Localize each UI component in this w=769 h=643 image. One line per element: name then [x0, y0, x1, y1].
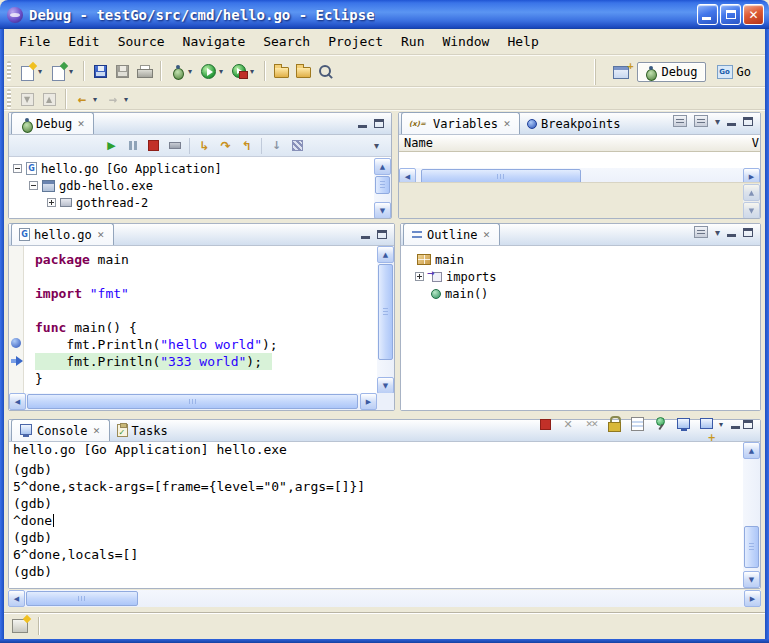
perspective-debug-button[interactable]: Debug	[637, 62, 705, 82]
minimize-button[interactable]	[697, 4, 718, 25]
open-perspective-icon[interactable]	[610, 61, 632, 83]
print-icon[interactable]	[133, 60, 155, 82]
fast-view-icon[interactable]	[12, 619, 28, 633]
tab-breakpoints[interactable]: Breakpoints	[520, 113, 627, 134]
back-icon[interactable]	[71, 88, 93, 110]
view-menu-icon[interactable]	[715, 114, 720, 128]
debug-vertical-scrollbar[interactable]	[374, 158, 391, 218]
menu-window[interactable]: Window	[433, 31, 498, 52]
display-console-icon[interactable]	[673, 415, 693, 433]
value-column-header[interactable]: V	[752, 136, 759, 150]
breakpoint-marker-icon[interactable]	[11, 338, 21, 348]
open-console-chevron-icon[interactable]	[719, 413, 728, 435]
name-column-header[interactable]: Name	[404, 136, 433, 150]
console-horizontal-scrollbar[interactable]	[8, 590, 761, 607]
maximize-view-icon[interactable]	[743, 117, 753, 126]
drop-to-frame-icon[interactable]	[266, 137, 287, 155]
scroll-up-icon[interactable]	[743, 184, 760, 201]
step-over-icon[interactable]	[215, 137, 236, 155]
open-resource-icon[interactable]	[292, 60, 314, 82]
collapse-all-icon[interactable]	[694, 115, 708, 127]
save-icon[interactable]	[89, 60, 111, 82]
scroll-left-icon[interactable]	[9, 393, 26, 410]
tab-tasks[interactable]: Tasks	[110, 420, 175, 441]
close-icon[interactable]	[482, 229, 492, 241]
remove-all-launches-icon[interactable]	[581, 415, 601, 433]
menu-file[interactable]: File	[10, 31, 59, 52]
variables-column-header[interactable]: Name V	[399, 135, 760, 152]
debug-icon[interactable]	[166, 60, 188, 82]
search-icon[interactable]	[314, 60, 336, 82]
open-console-icon[interactable]	[696, 415, 716, 433]
detail-vertical-scrollbar[interactable]	[743, 184, 760, 218]
show-logical-structure-icon[interactable]	[673, 115, 687, 127]
new-launch-chevron-icon[interactable]	[69, 60, 78, 82]
sort-icon[interactable]	[694, 226, 708, 238]
resume-icon[interactable]	[101, 137, 122, 155]
close-icon[interactable]	[502, 118, 512, 130]
tab-variables[interactable]: Variables	[401, 112, 520, 134]
pin-console-icon[interactable]	[650, 415, 670, 433]
editor-horizontal-scrollbar[interactable]	[9, 393, 377, 410]
minimize-view-icon[interactable]	[731, 420, 740, 429]
perspective-go-button[interactable]: Go	[711, 62, 759, 82]
outline-imports-row[interactable]: imports	[401, 268, 760, 285]
toolbar-grip[interactable]	[7, 89, 11, 109]
scroll-down-icon[interactable]	[374, 202, 391, 218]
variables-content[interactable]	[399, 152, 760, 218]
open-folder-icon[interactable]	[270, 60, 292, 82]
clear-console-icon[interactable]	[627, 415, 647, 433]
debug-tree-launch-row[interactable]: hello.go [Go Application]	[9, 160, 391, 177]
expand-icon[interactable]	[47, 198, 56, 207]
menu-help[interactable]: Help	[498, 31, 547, 52]
collapse-icon[interactable]	[13, 164, 22, 173]
outline-function-row[interactable]: main()	[401, 285, 760, 302]
view-menu-icon[interactable]	[366, 137, 387, 155]
debug-tree-thread-row[interactable]: gothread-2	[9, 194, 391, 211]
run-icon[interactable]	[197, 60, 219, 82]
save-all-icon[interactable]	[111, 60, 133, 82]
scroll-right-icon[interactable]	[360, 393, 377, 410]
maximize-view-icon[interactable]	[374, 119, 384, 128]
maximize-view-icon[interactable]	[743, 420, 753, 429]
step-into-icon[interactable]	[194, 137, 215, 155]
minimize-view-icon[interactable]	[727, 228, 736, 237]
scrollbar-thumb[interactable]	[375, 176, 390, 194]
menu-navigate[interactable]: Navigate	[174, 31, 255, 52]
editor-gutter[interactable]	[9, 246, 24, 393]
forward-icon[interactable]	[102, 88, 124, 110]
scrollbar-thumb[interactable]	[744, 526, 759, 568]
scroll-up-icon[interactable]	[377, 246, 394, 263]
tab-outline[interactable]: Outline	[403, 223, 500, 245]
scroll-right-icon[interactable]	[744, 590, 761, 607]
tab-debug[interactable]: Debug	[11, 112, 94, 134]
debug-tree-process-row[interactable]: gdb-hello.exe	[9, 177, 391, 194]
maximize-button[interactable]	[720, 4, 741, 25]
scrollbar-thumb[interactable]	[378, 264, 393, 360]
scrollbar-thumb[interactable]	[26, 591, 138, 606]
window-titlebar[interactable]: Debug - testGo/src/cmd/hello.go - Eclips…	[0, 0, 769, 29]
new-launch-icon[interactable]	[47, 60, 69, 82]
close-button[interactable]	[743, 4, 764, 25]
scroll-down-icon[interactable]	[743, 202, 760, 218]
menu-run[interactable]: Run	[392, 31, 433, 52]
scroll-up-icon[interactable]	[374, 158, 391, 175]
scroll-left-icon[interactable]	[8, 590, 25, 607]
console-vertical-scrollbar[interactable]	[743, 442, 760, 588]
disconnect-icon[interactable]	[164, 137, 185, 155]
back-chevron-icon[interactable]	[93, 88, 102, 110]
remove-launch-icon[interactable]	[558, 415, 578, 433]
external-tools-icon[interactable]	[228, 60, 250, 82]
suspend-icon[interactable]	[122, 137, 143, 155]
tab-hello-go[interactable]: hello.go	[11, 223, 114, 245]
minimize-view-icon[interactable]	[361, 230, 370, 239]
menu-source[interactable]: Source	[109, 31, 174, 52]
menu-search[interactable]: Search	[254, 31, 319, 52]
next-annotation-icon[interactable]	[16, 88, 38, 110]
step-return-icon[interactable]	[236, 137, 257, 155]
view-menu-icon[interactable]	[715, 225, 720, 239]
run-chevron-icon[interactable]	[219, 60, 228, 82]
scrollbar-thumb[interactable]	[27, 394, 358, 409]
menu-project[interactable]: Project	[319, 31, 392, 52]
new-wizard-chevron-icon[interactable]	[38, 60, 47, 82]
